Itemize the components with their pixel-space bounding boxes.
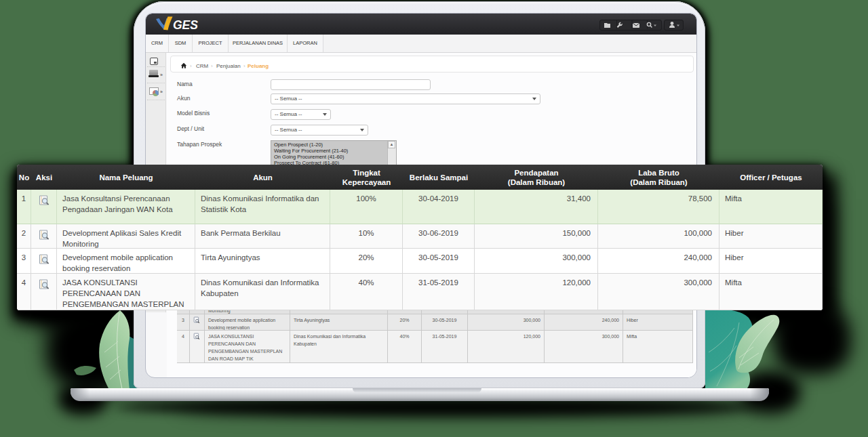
svg-text:GES: GES bbox=[173, 18, 198, 32]
